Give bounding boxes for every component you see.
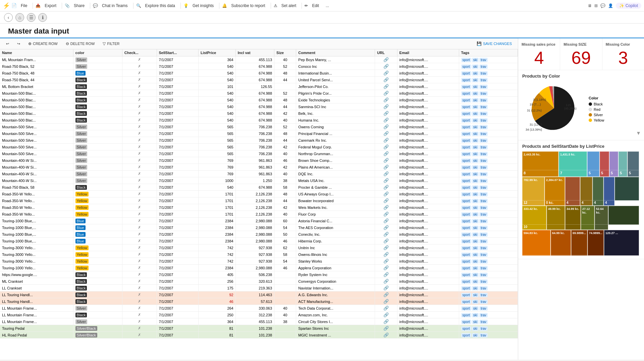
table-row[interactable]: LL Mountain Frame...Black✗7/1/2007250312… [0,312,518,318]
table-row[interactable]: Mountain-500 Silve...Silver✗7/1/20075657… [0,130,518,137]
table-row[interactable]: Road-350-W Yello...Yellow✗7/1/200717012,… [0,211,518,218]
table-row[interactable]: Road-750 Black, 48Blue✗7/1/2007540674.98… [0,70,518,77]
table-row[interactable]: ML CranksetBlack✗7/1/2007256320.613Conve… [0,278,518,285]
treemap-num-r5-2[interactable]: 89.9899... [551,255,571,256]
table-row[interactable]: Mountain-500 Silve...Silver✗7/1/20075657… [0,150,518,157]
table-row[interactable]: Touring-3000 Yello...Yellow✗7/1/20077429… [0,244,518,251]
create-row-button[interactable]: ⊕ CREATE ROW [25,40,60,47]
file-button[interactable]: File [18,3,30,9]
col-color[interactable]: color [73,49,122,56]
treemap-cell-r3-1[interactable]: 782.99 kc. [522,177,544,200]
list-button[interactable]: ☰ [27,13,36,22]
col-name[interactable]: Name [0,49,73,56]
table-row[interactable]: ML Mountain Fram...Silver✗7/1/2007364455… [0,56,518,63]
table-row[interactable]: Touring-1000 Yello...Yellow✗7/1/20072384… [0,265,518,271]
legend-expand-button[interactable]: ▾ [637,129,640,137]
table-row[interactable]: Road-750 Black, 58Black✗7/1/2007540674.9… [0,184,518,191]
treemap-num-r3-3[interactable]: 4 [565,200,580,206]
table-row[interactable]: Touring-3000 Yello...Yellow✗7/1/20077429… [0,251,518,258]
table-row[interactable]: Touring PedalSilver/Black✗7/1/200781101.… [0,325,518,332]
col-email[interactable]: Email [397,49,459,56]
treemap-container[interactable]: 2,443.35 kc. 1,431.5 kc. 8 7 5 5 5 5 [522,151,639,256]
col-check[interactable]: Check... [122,49,157,56]
col-comment[interactable]: Comment [296,49,375,56]
table-row[interactable]: Mountain-500 Blac...Black✗7/1/2007540674… [0,90,518,97]
table-row[interactable]: Touring-3000 Yello...Yellow✗7/1/20077429… [0,258,518,265]
col-size[interactable]: Size [274,49,296,56]
treemap-cell-r4-4[interactable]: 27.12 kc. [581,206,594,225]
treemap-num-r3-2[interactable]: 0 kc. [545,200,565,206]
treemap-cell-r2-6[interactable]: 5 [619,170,627,177]
table-row[interactable]: Touring-1000 Blue,...Blue✗7/1/200723842,… [0,224,518,231]
table-row[interactable]: Mountain-500 Blac...Black✗7/1/2007540674… [0,117,518,124]
table-row[interactable]: Touring-1000 Blue,...Blue✗7/1/200723842,… [0,231,518,238]
treemap-num-r4-1[interactable]: 10 [522,224,546,230]
treemap-cell-r2-7[interactable]: 5 [628,170,639,177]
table-row[interactable]: LL Mountain Frame...Silver✗7/1/200736445… [0,318,518,325]
treemap-cell-r5-3[interactable]: 69.9899... [571,230,587,256]
share-button[interactable]: Share [71,3,87,9]
insights-button[interactable]: Get insights [190,3,216,9]
treemap-cell-6[interactable] [619,151,627,170]
treemap-num-r4-5[interactable] [595,224,608,230]
table-row[interactable]: https://www.google....Black✗7/1/20074055… [0,271,518,278]
treemap-num-r3-6[interactable]: 4 [604,200,614,206]
treemap-cell-r4-5[interactable]: 52.64 kc. [595,206,608,225]
treemap-num-r3-1[interactable]: 12 [522,200,544,206]
treemap-cell-r2-2[interactable]: 7 [559,170,587,177]
copilot-button[interactable]: ✨ Copilot [616,3,641,9]
treemap-cell-r2-4[interactable]: 5 [600,170,609,177]
treemap-cell-r3-5[interactable] [593,177,603,200]
treemap-cell-r4-3[interactable]: 34.99 kc. [565,206,581,225]
treemap-num-r5-3[interactable] [571,255,587,256]
table-row[interactable]: Mountain-400-W Si...Silver✗7/1/200710001… [0,177,518,184]
treemap-cell-r4-2[interactable]: 49.99 kc. [547,206,565,225]
treemap-cell-r2-3[interactable]: 5 [587,170,599,177]
treemap-cell-r5-2[interactable]: 64.99 kc. [551,230,571,256]
treemap-num-r3-4[interactable]: 4 [580,200,592,206]
treemap-cell-r3-3[interactable] [565,177,580,200]
subscribe-button[interactable]: Subscribe to report [228,3,268,9]
back-button[interactable]: ‹ [4,13,13,22]
filter-button[interactable]: ▽ FILTER [100,40,122,47]
table-row[interactable]: Road-750 Black, 52Silver✗7/1/2007540674.… [0,63,518,70]
table-row[interactable]: ML Bottom BracketBlack✗7/1/2007101126.55… [0,83,518,90]
treemap-cell-r4-1[interactable]: 333.42 kc. [522,206,546,225]
table-row[interactable]: Mountain-500 Silve...Silver✗7/1/20075657… [0,137,518,144]
redo-button[interactable]: ↪ [14,41,23,47]
treemap-cell-r4-6[interactable] [608,206,639,225]
explore-button[interactable]: Explore this data [143,3,178,9]
undo-button[interactable]: ↩ [3,41,12,47]
treemap-cell-r2-5[interactable]: 5 [609,170,618,177]
treemap-cell-1[interactable]: 2,443.35 kc. [522,151,558,170]
table-row[interactable]: LL Mountain Frame...Silver✗7/1/200726433… [0,305,518,312]
treemap-num-r4-4[interactable] [581,224,594,230]
table-row[interactable]: Mountain-500 Silve...Silver✗7/1/20075657… [0,124,518,130]
treemap-cell-4[interactable] [600,151,609,170]
col-listprice[interactable]: ListPrice [198,49,235,56]
treemap-cell-r5-5[interactable]: 120.27 ... [604,230,639,256]
col-tags[interactable]: Tags [459,49,518,56]
table-row[interactable]: Mountain-500 Blac...Black✗7/1/2007540674… [0,110,518,117]
table-row[interactable]: Mountain-500 Silve...Silver✗7/1/20075657… [0,144,518,150]
table-row[interactable]: LL CranksetBlack✗7/1/2007175219.363Navis… [0,285,518,291]
info-button[interactable]: ℹ [38,13,47,22]
table-row[interactable]: Mountain-500 Blac...Black✗7/1/2007540674… [0,103,518,110]
treemap-num-r5-1[interactable]: 10 [522,255,550,256]
save-changes-button[interactable]: 💾 SAVE CHANGES [474,40,515,47]
data-table-wrapper[interactable]: Name color Check... SellStart... ListPri… [0,49,518,360]
treemap-cell-r5-4[interactable]: 74.9899... [588,230,604,256]
table-row[interactable]: Mountain-400-W Si...Silver✗7/1/200776996… [0,171,518,177]
table-row[interactable]: Mountain-400-W Si...Silver✗7/1/200776996… [0,164,518,171]
table-row[interactable]: HL Road PedalSilver/Black✗7/1/200781101.… [0,332,518,339]
edit-button[interactable]: Edit [309,3,322,9]
table-row[interactable]: Mountain-500 Blac...Black✗7/1/2007540674… [0,97,518,103]
col-url[interactable]: URL [375,49,397,56]
table-row[interactable]: Road-350-W Yello...Yellow✗7/1/200717012,… [0,197,518,204]
home-button[interactable]: ⌂ [15,13,24,22]
treemap-cell-r3-2[interactable]: 2,384.07 kc. [545,177,565,200]
export-button[interactable]: Export [42,3,59,9]
alert-button[interactable]: Set alert [279,3,299,9]
col-sellstart[interactable]: SellStart... [157,49,198,56]
treemap-cell-2[interactable]: 1,431.5 kc. [559,151,587,170]
